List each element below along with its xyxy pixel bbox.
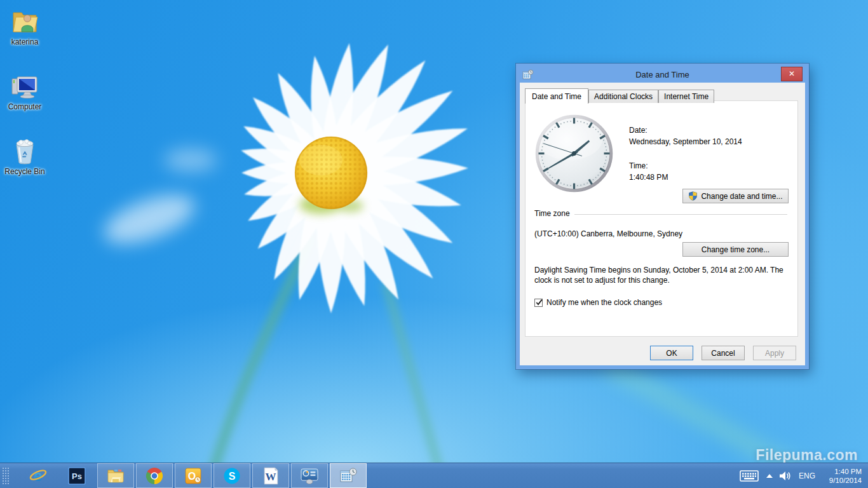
close-icon: ✕ — [789, 69, 795, 78]
taskbar: e Ps — [0, 463, 868, 488]
date-time-icon — [339, 466, 358, 485]
control-panel-icon — [300, 466, 319, 485]
taskbar-button-control-panel[interactable] — [291, 463, 328, 488]
checkbox-box — [534, 299, 543, 307]
icon-label: Recycle Bin — [0, 167, 50, 176]
taskbar-button-chrome[interactable] — [136, 463, 173, 488]
timezone-group: Time zone — [534, 209, 787, 218]
ok-button[interactable]: OK — [650, 346, 693, 360]
computer-icon — [10, 71, 40, 102]
change-timezone-button[interactable]: Change time zone... — [682, 242, 789, 257]
taskbar-button-outlook[interactable]: O — [175, 463, 212, 488]
language-indicator[interactable]: ENG — [794, 471, 820, 480]
taskbar-button-date-and-time[interactable] — [330, 463, 367, 488]
tab-date-and-time[interactable]: Date and Time — [525, 88, 588, 104]
file-explorer-icon — [106, 466, 125, 485]
taskbar-button-internet-explorer[interactable]: e — [20, 463, 57, 488]
svg-text:Ps: Ps — [72, 471, 82, 481]
outlook-icon: O — [184, 466, 203, 485]
cancel-button[interactable]: Cancel — [702, 346, 745, 360]
flower-center — [295, 137, 367, 214]
date-label: Date: — [629, 126, 648, 135]
taskbar-button-file-explorer[interactable] — [97, 463, 134, 488]
touch-keyboard-button[interactable] — [736, 463, 763, 488]
tab-internet-time[interactable]: Internet Time — [658, 90, 714, 103]
desktop-icon-computer[interactable]: Computer — [0, 71, 50, 111]
recycle-bin-icon — [10, 136, 40, 166]
tray-date: 9/10/2014 — [820, 476, 862, 485]
speaker-icon — [779, 470, 792, 482]
dialog-body: Date and Time Additional Clocks Internet… — [520, 83, 805, 365]
desktop-icon-katerina[interactable]: katerina — [0, 6, 50, 46]
change-date-time-button[interactable]: Change date and time... — [682, 189, 789, 203]
taskbar-button-skype[interactable]: S — [214, 463, 250, 488]
taskbar-button-photoshop[interactable]: Ps — [58, 463, 95, 488]
flower-petals — [241, 43, 468, 313]
dst-notice: Daylight Saving Time begins on Sunday, O… — [534, 265, 790, 285]
tab-additional-clocks[interactable]: Additional Clocks — [588, 90, 658, 103]
analog-clock — [534, 114, 614, 193]
tray-clock[interactable]: 1:40 PM 9/10/2014 — [820, 467, 863, 485]
svg-text:S: S — [229, 471, 236, 482]
show-hidden-icons-button[interactable] — [763, 463, 776, 488]
notify-checkbox[interactable]: Notify me when the clock changes — [534, 298, 662, 307]
taskbar-apps: e Ps — [20, 463, 369, 488]
icon-label: Computer — [0, 102, 50, 111]
svg-text:e: e — [34, 467, 42, 484]
volume-button[interactable] — [776, 463, 794, 488]
date-time-dialog: Date and Time ✕ Date and Time Additional… — [516, 64, 809, 369]
timezone-group-label: Time zone — [534, 209, 570, 218]
skype-icon: S — [222, 466, 241, 485]
dialog-titlebar[interactable]: Date and Time ✕ — [520, 67, 805, 83]
date-value: Wednesday, September 10, 2014 — [629, 137, 742, 146]
desktop-icon-recycle-bin[interactable]: Recycle Bin — [0, 136, 50, 176]
svg-text:W: W — [266, 471, 276, 483]
uac-shield-icon — [688, 191, 698, 201]
internet-explorer-icon: e — [29, 466, 48, 485]
system-tray: ENG 1:40 PM 9/10/2014 — [722, 463, 868, 488]
desktop: katerina Computer Recycle — [0, 0, 868, 488]
icon-label: katerina — [0, 37, 50, 46]
check-icon — [535, 298, 543, 306]
watermark: Filepuma.com — [756, 447, 858, 464]
time-label: Time: — [629, 161, 648, 170]
apply-button: Apply — [753, 346, 796, 360]
chrome-icon — [145, 466, 164, 485]
tray-time: 1:40 PM — [820, 467, 862, 476]
taskbar-grip[interactable] — [2, 467, 10, 484]
photoshop-icon: Ps — [67, 466, 86, 485]
close-button[interactable]: ✕ — [781, 67, 803, 81]
taskbar-button-word[interactable]: W — [252, 463, 289, 488]
keyboard-icon — [740, 470, 759, 482]
timezone-value: (UTC+10:00) Canberra, Melbourne, Sydney — [534, 229, 682, 238]
chevron-up-icon — [766, 474, 773, 478]
tab-strip: Date and Time Additional Clocks Internet… — [525, 88, 714, 103]
group-separator-line — [574, 214, 787, 215]
time-value: 1:40:48 PM — [629, 173, 668, 182]
dialog-title: Date and Time — [520, 67, 805, 83]
word-icon: W — [261, 466, 280, 485]
user-folder-icon — [10, 6, 40, 37]
checkbox-label: Notify me when the clock changes — [546, 298, 662, 307]
tab-page-date-and-time: Date: Wednesday, September 10, 2014 Time… — [525, 100, 798, 337]
